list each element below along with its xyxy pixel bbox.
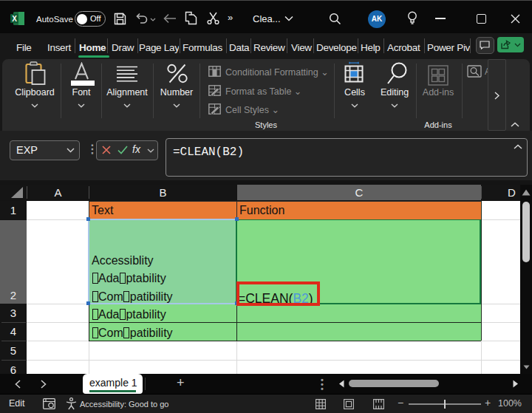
svg-text:X: X [12, 15, 17, 23]
